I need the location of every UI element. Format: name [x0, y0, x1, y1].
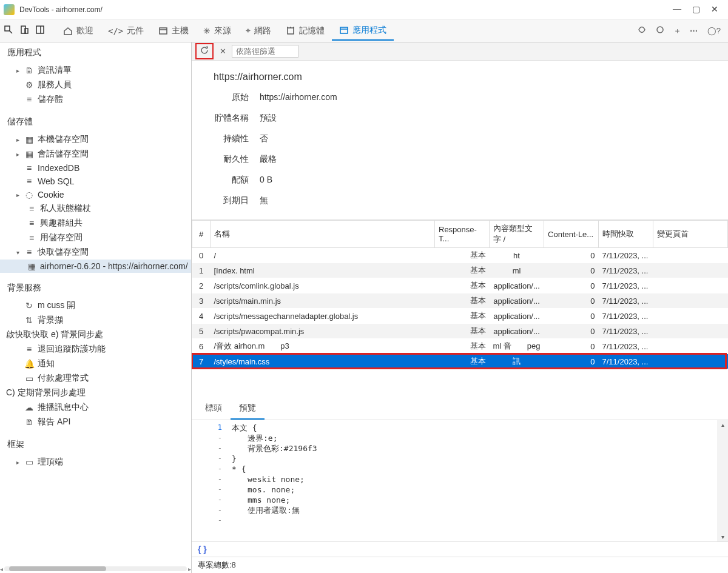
sidebar-item-session-storage[interactable]: ▸▦會話儲存空間 [0, 147, 192, 161]
tab-application-label: 應用程式 [352, 25, 386, 36]
more-menu-button[interactable]: ⋯ [690, 26, 699, 35]
table-row[interactable]: 6/音效 airhon.m p3基本ml 音 peg07/11/2023, ..… [192, 339, 728, 354]
add-tab-button[interactable]: ＋ [673, 25, 681, 36]
database-icon: ≡ [24, 163, 34, 173]
sidebar-item-bg-6[interactable]: C) 定期背景同步處理 [0, 386, 192, 400]
tab-application[interactable]: 應用程式 [332, 21, 394, 41]
table-row[interactable]: 1[Index. html基本ml07/11/2023, ... [192, 263, 728, 278]
sidebar-item-private-state[interactable]: ≡私人狀態權杖 [0, 201, 192, 216]
sidebar-item-websql[interactable]: ≡Web SQL [0, 175, 192, 188]
cache-url-title: https://airhorner.com [192, 67, 728, 87]
tab-memory[interactable]: 記憶體 [278, 22, 332, 40]
maximize-button[interactable]: ▢ [692, 4, 700, 15]
filter-input[interactable] [232, 45, 298, 58]
svg-rect-0 [5, 26, 10, 31]
table-row[interactable]: 3/scripts/main.min.js基本application/...07… [192, 293, 728, 309]
subtab-preview[interactable]: 預覽 [231, 398, 265, 420]
detail-value: 無 [260, 195, 268, 206]
database-icon: ≡ [27, 233, 36, 243]
sidebar-item-local-storage[interactable]: ▸▦本機儲存空間 [0, 132, 192, 147]
sidebar-item-bg-0[interactable]: ↻m cuss 開 [0, 298, 192, 313]
col-num[interactable]: # [192, 221, 211, 248]
sidebar-item-bg-1[interactable]: ⇅背景擷 [0, 313, 192, 327]
tab-welcome[interactable]: 歡迎 [56, 22, 101, 40]
col-name[interactable]: 名稱 [211, 221, 435, 248]
minimize-button[interactable]: — [673, 4, 681, 15]
tab-network-label: 網路 [254, 25, 271, 36]
tab-elements[interactable]: </>元件 [101, 22, 151, 40]
detail-label: 原始 [209, 92, 249, 103]
device-toggle-icon[interactable] [19, 25, 29, 36]
tab-host-label: 主機 [172, 25, 189, 36]
sidebar-item-bg-2[interactable]: 啟快取快取 e) 背景同步處 [0, 327, 192, 342]
preview-vertical-scrollbar[interactable]: ▴▾ [717, 420, 728, 541]
sidebar-horizontal-scrollbar[interactable]: ◂ ▸ [0, 565, 191, 573]
svg-rect-5 [160, 28, 167, 34]
footer-braces[interactable]: { } [192, 541, 728, 557]
footer-total: 專案總數:8 [192, 557, 728, 573]
sidebar-item-storage[interactable]: ≡儲存體 [0, 92, 192, 107]
table-row[interactable]: 2/scripts/comlink.global.js基本application… [192, 278, 728, 293]
col-content-length[interactable]: Content-Le... [544, 221, 599, 248]
detail-label: 貯體名稱 [209, 113, 249, 124]
database-icon: ≡ [24, 95, 34, 104]
table-row[interactable]: 7/styles/main.css基本訊07/11/2023, ... [192, 354, 728, 369]
section-bg-services: 背景服務 [0, 278, 192, 298]
sidebar-item-cookie[interactable]: ▸◌Cookie [0, 188, 192, 201]
cache-detail-pane: https://airhorner.com 原始https://airhorne… [192, 61, 728, 220]
tab-host[interactable]: 主機 [151, 22, 196, 40]
table-row[interactable]: 4/scripts/messagechanneladapter.global.j… [192, 309, 728, 324]
tab-network[interactable]: ⌖網路 [238, 22, 278, 40]
sidebar-item-service-workers[interactable]: ⚙服務人員 [0, 78, 192, 92]
detail-label: 配額 [209, 175, 249, 186]
sidebar-item-bg-3[interactable]: ≡退回追蹤防護功能 [0, 342, 192, 357]
detail-value: https://airhorner.com [260, 92, 337, 103]
sidebar-item-interest-groups[interactable]: ≡興趣群組共 [0, 216, 192, 230]
sidebar-item-bg-7[interactable]: ☁推播訊息中心 [0, 400, 192, 415]
detail-label: 耐久性 [209, 154, 249, 165]
titlebar: DevTools - airhorner.com/ — ▢ ✕ [0, 0, 728, 19]
close-button[interactable]: ✕ [711, 4, 718, 15]
refresh-button[interactable] [199, 45, 210, 57]
tab-welcome-label: 歡迎 [76, 25, 93, 36]
help-button[interactable]: ◯? [707, 26, 721, 35]
table-row[interactable]: 0/基本ht07/11/2023, ... [192, 248, 728, 263]
sidebar-item-bg-8[interactable]: 🗎報告 API [0, 415, 192, 429]
col-time-cached[interactable]: 時間快取 [599, 221, 653, 248]
tool-icon-1[interactable] [637, 25, 647, 36]
sidebar-item-top-frame[interactable]: ▸▭理頂端 [0, 455, 192, 469]
sidebar-item-bg-4[interactable]: 🔔通知 [0, 357, 192, 371]
table-row[interactable]: 5/scripts/pwacompat.min.js基本application/… [192, 324, 728, 339]
preview-pane: 1--------- 本文 { 邊界:e; 背景色彩:#2196f3}* { w… [192, 420, 728, 541]
dock-icon[interactable] [35, 25, 45, 36]
sidebar-item-indexeddb[interactable]: ≡IndexedDB [0, 161, 192, 175]
detail-value: 否 [260, 133, 268, 144]
sidebar: 應用程式 ▸🗎資訊清單 ⚙服務人員 ≡儲存體 儲存體 ▸▦本機儲存空間 ▸▦會話… [0, 42, 192, 573]
sidebar-item-bg-5[interactable]: ▭付款處理常式 [0, 371, 192, 386]
grid-icon: ▦ [24, 135, 34, 144]
content-toolbar: ✕ [192, 42, 728, 61]
col-response-type[interactable]: Response-T... [435, 221, 490, 248]
tab-memory-label: 記憶體 [299, 25, 325, 36]
sidebar-item-shared-storage[interactable]: ≡用儲存空間 [0, 230, 192, 245]
sidebar-item-cache-entry[interactable]: ▦airhorner-0.6.20 - https://airhorner.co… [0, 260, 192, 273]
svg-rect-3 [36, 26, 44, 33]
detail-label: 到期日 [209, 195, 249, 206]
document-icon: 🗎 [24, 65, 34, 75]
col-content-type[interactable]: 內容類型文字 / [490, 221, 544, 248]
main-tabbar: 歡迎 </>元件 主機 ✳來源 ⌖網路 記憶體 應用程式 ＋ ⋯ ◯? [0, 19, 728, 42]
detail-value: 預設 [260, 113, 277, 124]
tab-sources[interactable]: ✳來源 [196, 22, 238, 40]
col-vary[interactable]: 變更頁首 [653, 221, 728, 248]
window-title: DevTools - airhorner.com/ [19, 5, 673, 14]
subtab-headers[interactable]: 標頭 [197, 398, 231, 420]
code-preview: 本文 { 邊界:e; 背景色彩:#2196f3}* { weskit none;… [228, 420, 717, 541]
sidebar-item-cache-storage[interactable]: ▾≡快取儲存空間 [0, 245, 192, 260]
sidebar-item-manifest[interactable]: ▸🗎資訊清單 [0, 63, 192, 78]
svg-rect-11 [340, 27, 348, 33]
tool-icon-2[interactable] [655, 25, 665, 36]
svg-rect-2 [25, 28, 28, 33]
database-icon: ≡ [27, 204, 36, 213]
inspect-icon[interactable] [4, 25, 13, 36]
clear-button[interactable]: ✕ [217, 47, 228, 56]
